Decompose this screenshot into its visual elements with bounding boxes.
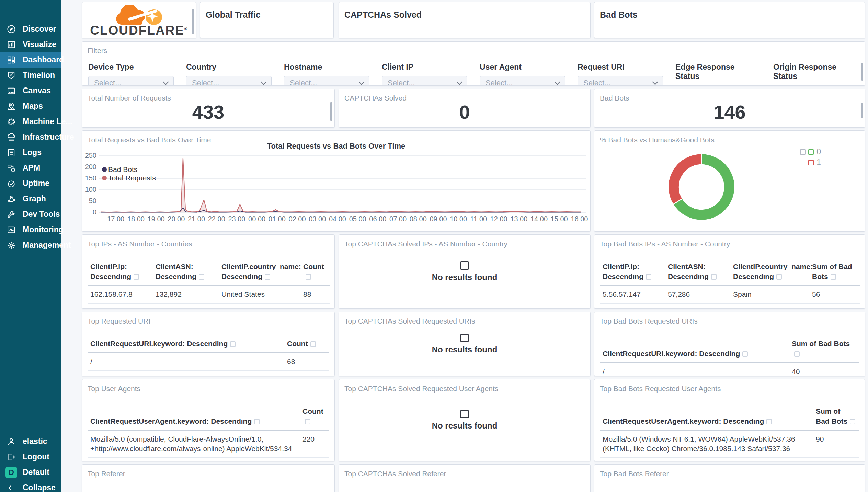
column-header[interactable] xyxy=(88,488,295,492)
filter-group-request-uri: Request URISelect... xyxy=(578,62,663,86)
sidebar-item-uptime[interactable]: Uptime xyxy=(0,176,61,191)
sidebar-item-logs[interactable]: Logs xyxy=(0,145,61,160)
column-header[interactable]: Count xyxy=(300,403,329,430)
sidebar-item-visualize[interactable]: Visualize xyxy=(0,37,61,52)
column-header[interactable]: ClientRequestURI.keyword: Descending xyxy=(600,336,789,363)
panel-scrollbar[interactable] xyxy=(330,102,332,121)
sidebar-item-dashboard[interactable]: Dashboard xyxy=(0,52,61,68)
timelion-icon xyxy=(5,70,17,81)
chevron-down-icon xyxy=(457,79,462,85)
column-header[interactable]: ClientIP.ip:Descending xyxy=(600,258,665,285)
sidebar-item-infrastructure[interactable]: Infrastructure xyxy=(0,129,61,145)
column-header[interactable] xyxy=(600,488,808,492)
pie-slice-1[interactable] xyxy=(668,154,701,204)
column-header[interactable]: Sum of Bad Bots xyxy=(789,336,859,363)
svg-text:08:00: 08:00 xyxy=(410,215,427,223)
sidebar-item-label: Visualize xyxy=(23,40,56,49)
table-row: 5.56.57.14757,286Spain56 xyxy=(600,285,860,303)
sidebar-footer-item-logout[interactable]: Logout xyxy=(0,449,61,465)
sidebar-item-graph[interactable]: Graph xyxy=(0,191,61,207)
filter-label: User Agent xyxy=(480,62,565,72)
chart-panel-title: Total Requests vs Bad Bots Over Time xyxy=(88,136,585,144)
sidebar-nav: DiscoverVisualizeDashboardTimelionCanvas… xyxy=(0,0,61,253)
sidebar-item-timelion[interactable]: Timelion xyxy=(0,68,61,83)
filter-select-client-ip[interactable]: Select... xyxy=(382,76,467,86)
filter-select-hostname[interactable]: Select... xyxy=(284,76,369,86)
table-cell: Spain xyxy=(730,285,809,303)
table-cell: 40 xyxy=(789,363,859,376)
legend-item-0[interactable]: 0 xyxy=(800,147,821,157)
management-icon xyxy=(5,240,17,250)
chevron-down-icon xyxy=(359,79,365,85)
svg-text:18:00: 18:00 xyxy=(127,215,145,223)
sidebar-item-machine-le[interactable]: Machine Le... xyxy=(0,114,61,129)
filter-select-user-agent[interactable]: Select... xyxy=(480,76,565,86)
table-cell: 56 xyxy=(809,285,860,303)
table-panel-title: Top Bad Bots Requested URIs xyxy=(600,317,859,325)
sidebar-footer-item-collapse[interactable]: Collapse xyxy=(0,480,61,492)
column-header[interactable]: ClientASN:Descending xyxy=(153,258,219,285)
captchas-solved-value: 0 xyxy=(344,102,585,122)
panel-scrollbar[interactable] xyxy=(192,9,194,34)
select-placeholder: Select... xyxy=(486,79,513,86)
column-header[interactable]: ClientIP.ip:Descending xyxy=(88,258,153,285)
sidebar-item-canvas[interactable]: Canvas xyxy=(0,83,61,98)
column-header[interactable]: Count xyxy=(295,488,329,492)
filter-select-device-type[interactable]: Select... xyxy=(88,76,174,86)
sort-checkbox-icon xyxy=(776,274,782,280)
filter-select-origin-response-status[interactable]: Select... xyxy=(773,85,859,86)
column-header[interactable]: Sum of BadBots xyxy=(808,488,859,492)
column-header[interactable]: ClientRequestURI.keyword: Descending xyxy=(88,336,284,353)
sidebar-footer-item-default[interactable]: DDefault xyxy=(0,465,61,480)
column-header[interactable]: ClientRequestUserAgent.keyword: Descendi… xyxy=(88,403,300,430)
column-header[interactable]: ClientIP.country_name:Descending xyxy=(219,258,300,285)
filter-select-edge-response-status[interactable]: Select... xyxy=(675,85,761,86)
total-requests-value: 433 xyxy=(88,102,329,122)
top-bad-ips-panel: Top Bad Bots IPs - AS Number - Country C… xyxy=(594,234,865,309)
table-row: /40 xyxy=(600,363,859,376)
column-header[interactable]: ClientASN:Descending xyxy=(665,258,730,285)
panel-scrollbar[interactable] xyxy=(861,63,863,81)
chevron-down-icon xyxy=(652,79,658,85)
column-header[interactable]: ClientRequestUserAgent.keyword: Descendi… xyxy=(600,403,813,430)
sidebar-item-dev-tools[interactable]: Dev Tools xyxy=(0,207,61,222)
pie-legend: 01 xyxy=(800,147,821,168)
svg-text:00:00: 00:00 xyxy=(248,215,265,223)
svg-text:02:00: 02:00 xyxy=(289,215,306,223)
sidebar-item-discover[interactable]: Discover xyxy=(0,21,61,37)
no-results-icon xyxy=(460,261,469,270)
dev-tools-icon xyxy=(5,209,17,220)
sidebar-item-maps[interactable]: Maps xyxy=(0,98,61,114)
legend-label: Total Requests xyxy=(108,174,156,182)
column-header[interactable]: Count xyxy=(300,258,330,285)
legend-extra-square-icon[interactable] xyxy=(800,149,806,155)
sidebar-item-label: Logs xyxy=(23,148,42,157)
column-header[interactable]: Sum of BadBots xyxy=(809,258,860,285)
sidebar-item-apm[interactable]: APM xyxy=(0,160,61,176)
sidebar-item-label: Graph xyxy=(23,194,46,203)
sidebar-footer-item-elastic[interactable]: elastic xyxy=(0,434,61,449)
sidebar-item-monitoring[interactable]: Monitoring xyxy=(0,222,61,237)
column-header[interactable]: ClientIP.country_name:Descending xyxy=(730,258,809,285)
column-header[interactable]: Count xyxy=(284,336,329,353)
filter-select-country[interactable]: Select... xyxy=(186,76,272,86)
filter-group-origin-response-status: Origin Response StatusSelect... xyxy=(773,62,859,86)
filter-select-request-uri[interactable]: Select... xyxy=(578,76,663,86)
sort-checkbox-icon xyxy=(742,351,748,357)
sort-checkbox-icon xyxy=(711,274,717,280)
column-header[interactable]: Sum ofBad Bots xyxy=(813,403,859,430)
legend-item-total-requests[interactable]: Total Requests xyxy=(102,174,156,182)
svg-text:200: 200 xyxy=(85,163,96,171)
table-cell: / xyxy=(600,363,789,376)
sidebar-item-management[interactable]: Management xyxy=(0,237,61,253)
cloudflare-cloud-icon xyxy=(110,5,168,26)
panel-scrollbar[interactable] xyxy=(861,103,863,118)
sidebar-item-label: APM xyxy=(23,163,40,173)
legend-square-icon xyxy=(808,160,814,165)
legend-item-1[interactable]: 1 xyxy=(800,157,821,168)
top-bad-ua-panel: Top Bad Bots Requested User Agents Clien… xyxy=(594,379,865,461)
sidebar-item-label: Discover xyxy=(23,24,56,34)
legend-item-bad-bots[interactable]: Bad Bots xyxy=(102,165,156,174)
cloudflare-wordmark: CLOUDFLARE® xyxy=(90,24,188,37)
table-cell: 54 xyxy=(809,303,860,309)
